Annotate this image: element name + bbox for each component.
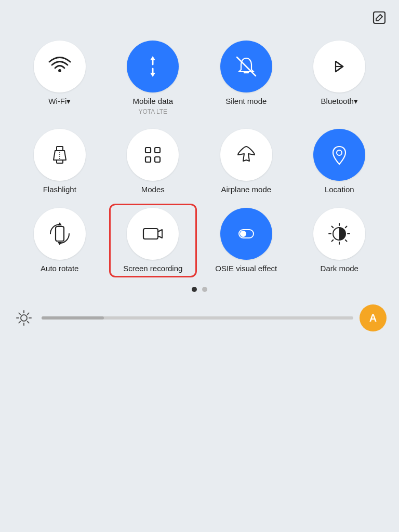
svg-marker-2 [150, 56, 155, 60]
edit-icon[interactable] [370, 8, 389, 27]
tile-icon-flashlight [34, 129, 86, 181]
svg-line-39 [19, 322, 20, 323]
svg-rect-19 [143, 229, 158, 239]
tile-label-mobile-data: Mobile data [132, 97, 173, 106]
svg-marker-17 [58, 222, 62, 225]
svg-rect-12 [155, 148, 160, 153]
quick-tiles-grid: Wi-Fi▾ Mobile dataYOTA LTE Silent mode B… [0, 31, 399, 283]
svg-rect-9 [57, 160, 63, 163]
svg-line-30 [332, 240, 334, 242]
svg-rect-11 [145, 148, 151, 153]
page-dot-1[interactable] [192, 287, 197, 292]
tile-icon-airplane-mode [220, 129, 272, 181]
tile-label-dark-mode: Dark mode [321, 264, 358, 273]
tile-silent-mode[interactable]: Silent mode [202, 36, 290, 119]
tile-osie-visual-effect[interactable]: OSIE visual effect [202, 204, 290, 277]
tile-label-flashlight: Flashlight [43, 185, 76, 194]
svg-line-38 [28, 313, 29, 314]
tile-label-airplane-mode: Airplane mode [221, 185, 271, 194]
tile-bluetooth[interactable]: Bluetooth▾ [296, 36, 384, 119]
tile-icon-screen-recording [127, 208, 179, 260]
page-dot-2[interactable] [202, 287, 207, 292]
svg-marker-18 [58, 242, 62, 245]
svg-rect-8 [57, 147, 63, 151]
brightness-slider[interactable] [42, 316, 353, 320]
svg-marker-4 [150, 73, 155, 77]
tile-icon-osie-visual-effect [220, 208, 272, 260]
tile-flashlight[interactable]: Flashlight [16, 125, 104, 198]
svg-line-27 [332, 227, 334, 228]
tile-icon-silent-mode [220, 41, 272, 92]
svg-rect-0 [374, 12, 385, 23]
svg-rect-16 [56, 227, 64, 241]
tile-wifi[interactable]: Wi-Fi▾ [16, 36, 104, 119]
page-dots [0, 287, 399, 292]
svg-rect-21 [240, 231, 246, 237]
svg-rect-13 [145, 157, 151, 162]
tile-location[interactable]: Location [296, 125, 384, 198]
svg-line-37 [28, 322, 29, 323]
tile-airplane-mode[interactable]: Airplane mode [202, 125, 290, 198]
svg-line-29 [345, 227, 347, 228]
avatar-label: A [369, 312, 377, 324]
user-avatar[interactable]: A [360, 304, 387, 331]
svg-rect-14 [155, 157, 160, 162]
svg-point-31 [21, 315, 27, 321]
tile-modes[interactable]: Modes [109, 125, 197, 198]
tile-label-location: Location [325, 185, 354, 194]
bottom-bar: A [0, 297, 399, 339]
tile-label-wifi: Wi-Fi▾ [48, 97, 71, 106]
tile-screen-recording[interactable]: Screen recording [109, 204, 197, 277]
tile-label-auto-rotate: Auto rotate [41, 264, 78, 273]
tile-auto-rotate[interactable]: Auto rotate [16, 204, 104, 277]
tile-label-osie-visual-effect: OSIE visual effect [215, 264, 277, 273]
tile-dark-mode[interactable]: Dark mode [296, 204, 384, 277]
tile-mobile-data[interactable]: Mobile dataYOTA LTE [109, 36, 197, 119]
brightness-icon [12, 307, 35, 329]
tile-label-silent-mode: Silent mode [225, 97, 267, 106]
tile-icon-mobile-data [127, 41, 179, 92]
tile-icon-bluetooth [313, 41, 365, 92]
tile-icon-wifi [34, 41, 86, 92]
tile-icon-auto-rotate [34, 208, 86, 260]
tile-icon-location [313, 129, 365, 181]
tile-label-modes: Modes [141, 185, 165, 194]
tile-label-bluetooth: Bluetooth▾ [321, 97, 358, 106]
tile-label-screen-recording: Screen recording [123, 264, 182, 273]
svg-line-28 [345, 240, 347, 242]
tile-icon-dark-mode [313, 208, 365, 260]
brightness-fill [42, 316, 104, 320]
tile-sublabel-mobile-data: YOTA LTE [138, 108, 167, 115]
svg-point-15 [337, 150, 342, 155]
top-bar [0, 0, 399, 31]
svg-line-36 [19, 313, 20, 314]
tile-icon-modes [127, 129, 179, 181]
